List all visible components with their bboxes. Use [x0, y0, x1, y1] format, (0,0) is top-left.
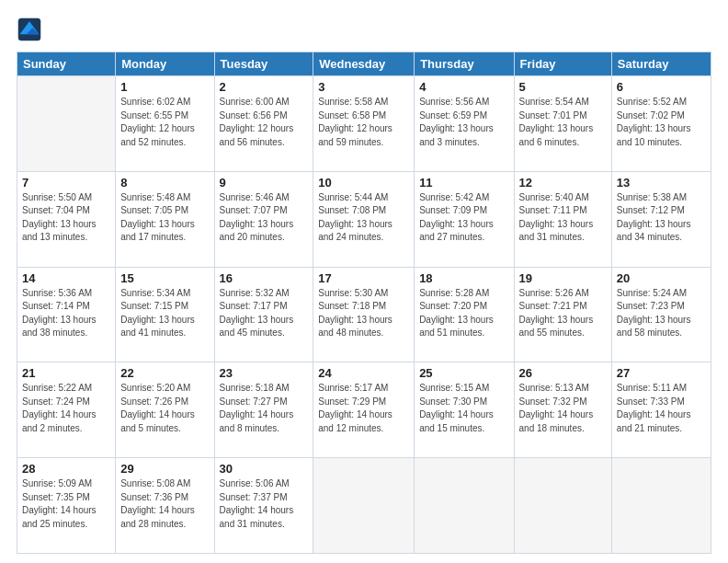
weekday-saturday: Saturday: [611, 52, 711, 76]
sunrise-label: Sunrise: 5:18 AM: [220, 383, 290, 393]
sunset-label: Sunset: 7:12 PM: [617, 205, 685, 215]
week-row-4: 21Sunrise: 5:22 AMSunset: 7:24 PMDayligh…: [17, 362, 711, 458]
day-number: 21: [22, 366, 110, 380]
day-info: Sunrise: 5:56 AMSunset: 6:59 PMDaylight:…: [419, 96, 508, 149]
day-number: 27: [617, 366, 706, 380]
day-info: Sunrise: 6:02 AMSunset: 6:55 PMDaylight:…: [120, 96, 209, 149]
day-number: 24: [318, 366, 409, 380]
daylight-label: Daylight: 14 hours and 31 minutes.: [220, 505, 294, 529]
week-row-3: 14Sunrise: 5:36 AMSunset: 7:14 PMDayligh…: [17, 267, 711, 362]
daylight-label: Daylight: 13 hours and 10 minutes.: [617, 123, 691, 147]
sunset-label: Sunset: 7:24 PM: [22, 396, 90, 407]
day-cell: 3Sunrise: 5:58 AMSunset: 6:58 PMDaylight…: [313, 76, 415, 172]
sunset-label: Sunset: 7:18 PM: [318, 301, 386, 311]
sunrise-label: Sunrise: 5:30 AM: [318, 288, 388, 298]
day-cell: [415, 458, 514, 554]
sunrise-label: Sunrise: 5:40 AM: [519, 192, 589, 202]
daylight-label: Daylight: 12 hours and 56 minutes.: [220, 123, 294, 147]
day-cell: 5Sunrise: 5:54 AMSunset: 7:01 PMDaylight…: [514, 76, 611, 172]
day-info: Sunrise: 5:18 AMSunset: 7:27 PMDaylight:…: [220, 382, 309, 435]
day-number: 13: [617, 176, 706, 190]
sunset-label: Sunset: 7:36 PM: [120, 492, 188, 502]
day-cell: 15Sunrise: 5:34 AMSunset: 7:15 PMDayligh…: [116, 267, 214, 362]
week-row-2: 7Sunrise: 5:50 AMSunset: 7:04 PMDaylight…: [17, 171, 711, 267]
header: [17, 17, 711, 42]
sunrise-label: Sunrise: 5:52 AM: [617, 97, 687, 107]
day-info: Sunrise: 5:44 AMSunset: 7:08 PMDaylight:…: [318, 191, 409, 245]
day-cell: 8Sunrise: 5:48 AMSunset: 7:05 PMDaylight…: [116, 171, 214, 267]
day-cell: [611, 458, 711, 554]
day-info: Sunrise: 5:08 AMSunset: 7:36 PMDaylight:…: [120, 477, 209, 531]
day-info: Sunrise: 5:38 AMSunset: 7:12 PMDaylight:…: [617, 191, 706, 245]
week-row-1: 1Sunrise: 6:02 AMSunset: 6:55 PMDaylight…: [17, 76, 711, 172]
sunrise-label: Sunrise: 5:58 AM: [318, 97, 388, 107]
sunrise-label: Sunrise: 5:36 AM: [22, 288, 92, 298]
weekday-thursday: Thursday: [415, 52, 514, 76]
daylight-label: Daylight: 14 hours and 28 minutes.: [120, 505, 195, 529]
day-info: Sunrise: 5:46 AMSunset: 7:07 PMDaylight:…: [220, 191, 309, 245]
sunset-label: Sunset: 7:01 PM: [519, 110, 587, 121]
sunset-label: Sunset: 7:21 PM: [519, 301, 587, 311]
sunrise-label: Sunrise: 5:44 AM: [318, 192, 388, 202]
day-info: Sunrise: 5:30 AMSunset: 7:18 PMDaylight:…: [318, 287, 409, 340]
daylight-label: Daylight: 14 hours and 8 minutes.: [220, 409, 294, 433]
day-info: Sunrise: 5:20 AMSunset: 7:26 PMDaylight:…: [120, 382, 209, 435]
day-cell: [313, 458, 415, 554]
sunset-label: Sunset: 7:07 PM: [220, 205, 288, 215]
day-number: 17: [318, 271, 409, 285]
daylight-label: Daylight: 13 hours and 13 minutes.: [22, 219, 97, 243]
day-cell: 10Sunrise: 5:44 AMSunset: 7:08 PMDayligh…: [313, 171, 415, 267]
day-number: 11: [419, 176, 508, 190]
daylight-label: Daylight: 13 hours and 51 minutes.: [419, 315, 494, 339]
sunrise-label: Sunrise: 5:48 AM: [120, 192, 190, 202]
sunset-label: Sunset: 7:26 PM: [120, 396, 188, 407]
calendar-body: 1Sunrise: 6:02 AMSunset: 6:55 PMDaylight…: [17, 76, 711, 554]
day-number: 16: [220, 271, 309, 285]
sunrise-label: Sunrise: 6:00 AM: [220, 97, 290, 107]
sunrise-label: Sunrise: 5:22 AM: [22, 383, 92, 393]
sunset-label: Sunset: 7:35 PM: [22, 492, 90, 502]
daylight-label: Daylight: 13 hours and 41 minutes.: [120, 315, 195, 339]
sunrise-label: Sunrise: 5:09 AM: [22, 478, 92, 488]
day-cell: 11Sunrise: 5:42 AMSunset: 7:09 PMDayligh…: [415, 171, 514, 267]
day-cell: 6Sunrise: 5:52 AMSunset: 7:02 PMDaylight…: [611, 76, 711, 172]
day-info: Sunrise: 5:54 AMSunset: 7:01 PMDaylight:…: [519, 96, 607, 149]
calendar: SundayMondayTuesdayWednesdayThursdayFrid…: [17, 52, 711, 554]
sunrise-label: Sunrise: 5:13 AM: [519, 383, 589, 393]
day-cell: 30Sunrise: 5:06 AMSunset: 7:37 PMDayligh…: [214, 458, 313, 554]
daylight-label: Daylight: 13 hours and 45 minutes.: [220, 315, 294, 339]
day-info: Sunrise: 5:15 AMSunset: 7:30 PMDaylight:…: [419, 382, 508, 435]
sunset-label: Sunset: 7:08 PM: [318, 205, 386, 215]
day-cell: 25Sunrise: 5:15 AMSunset: 7:30 PMDayligh…: [415, 362, 514, 458]
sunset-label: Sunset: 7:02 PM: [617, 110, 685, 121]
day-cell: 26Sunrise: 5:13 AMSunset: 7:32 PMDayligh…: [514, 362, 611, 458]
day-number: 23: [220, 366, 309, 380]
day-number: 9: [220, 176, 309, 190]
day-cell: 29Sunrise: 5:08 AMSunset: 7:36 PMDayligh…: [116, 458, 214, 554]
logo-icon: [17, 17, 42, 42]
sunset-label: Sunset: 7:27 PM: [220, 396, 288, 407]
day-number: 2: [220, 80, 309, 94]
day-info: Sunrise: 5:32 AMSunset: 7:17 PMDaylight:…: [220, 287, 309, 340]
sunrise-label: Sunrise: 5:56 AM: [419, 97, 489, 107]
day-info: Sunrise: 5:11 AMSunset: 7:33 PMDaylight:…: [617, 382, 706, 435]
weekday-friday: Friday: [514, 52, 611, 76]
weekday-sunday: Sunday: [17, 52, 116, 76]
day-info: Sunrise: 5:26 AMSunset: 7:21 PMDaylight:…: [519, 287, 607, 340]
sunset-label: Sunset: 7:17 PM: [220, 301, 288, 311]
day-number: 7: [22, 176, 110, 190]
sunset-label: Sunset: 7:20 PM: [419, 301, 487, 311]
day-info: Sunrise: 5:42 AMSunset: 7:09 PMDaylight:…: [419, 191, 508, 245]
sunrise-label: Sunrise: 5:32 AM: [220, 288, 290, 298]
sunrise-label: Sunrise: 5:34 AM: [120, 288, 190, 298]
sunset-label: Sunset: 6:56 PM: [220, 110, 288, 121]
day-number: 18: [419, 271, 508, 285]
week-row-5: 28Sunrise: 5:09 AMSunset: 7:35 PMDayligh…: [17, 458, 711, 554]
day-number: 26: [519, 366, 607, 380]
sunrise-label: Sunrise: 5:50 AM: [22, 192, 92, 202]
day-info: Sunrise: 5:52 AMSunset: 7:02 PMDaylight:…: [617, 96, 706, 149]
day-info: Sunrise: 5:50 AMSunset: 7:04 PMDaylight:…: [22, 191, 110, 245]
day-number: 28: [22, 462, 110, 476]
day-number: 3: [318, 80, 409, 94]
day-number: 22: [120, 366, 209, 380]
